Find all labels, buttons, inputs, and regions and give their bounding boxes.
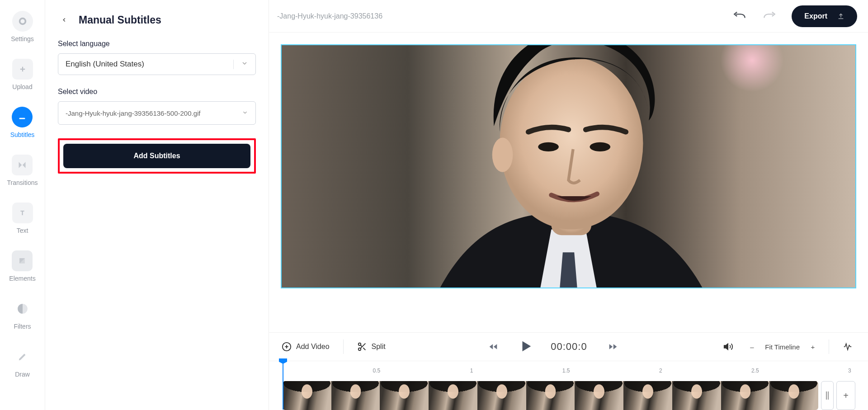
timeline-ruler[interactable]: 0.5 1 1.5 2 2.5 3 xyxy=(283,368,855,381)
nav-item-filters[interactable]: Filters xyxy=(12,298,33,330)
language-select[interactable]: English (United States) xyxy=(58,53,256,75)
ruler-tick: 1.5 xyxy=(562,368,570,374)
nav-item-upload[interactable]: Upload xyxy=(12,59,33,90)
panel-title: Manual Subtitles xyxy=(79,14,161,26)
svg-line-20 xyxy=(360,345,362,347)
waveform-button[interactable] xyxy=(840,340,855,353)
svg-marker-26 xyxy=(724,344,728,350)
upload-icon xyxy=(837,13,844,20)
add-clip-button[interactable]: + xyxy=(836,381,855,410)
ruler-tick: 1 xyxy=(470,368,473,374)
nav-label: Filters xyxy=(14,323,31,330)
export-label: Export xyxy=(804,12,827,20)
main-area: -Jang-Hyuk-hyuk-jang-39356136 Export xyxy=(269,0,868,410)
nav-label: Text xyxy=(17,227,28,234)
preview-frame xyxy=(282,45,855,287)
clip-thumbnail xyxy=(575,381,623,410)
playhead[interactable] xyxy=(283,363,283,410)
svg-point-11 xyxy=(538,142,559,151)
video-value: -Jang-Hyuk-hyuk-jang-39356136-500-200.gi… xyxy=(66,109,201,117)
zoom-out-button[interactable]: – xyxy=(747,342,757,352)
fit-timeline-label[interactable]: Fit Timeline xyxy=(765,343,800,351)
gear-icon xyxy=(12,11,33,32)
nav-label: Draw xyxy=(15,371,30,378)
current-time: 00:00:0 xyxy=(551,341,587,353)
zoom-controls: – Fit Timeline + xyxy=(747,342,818,352)
svg-point-10 xyxy=(492,138,513,172)
svg-point-17 xyxy=(358,348,361,351)
svg-point-9 xyxy=(500,57,643,230)
left-nav: Settings Upload Subtitles Transitions T … xyxy=(0,0,45,410)
add-video-button[interactable]: Add Video xyxy=(282,342,330,352)
annotation-highlight: Add Subtitles xyxy=(58,138,256,174)
nav-label: Transitions xyxy=(7,179,38,186)
nav-label: Subtitles xyxy=(10,131,35,138)
clip-thumbnail xyxy=(623,381,672,410)
clip-thumbnail xyxy=(477,381,526,410)
svg-marker-22 xyxy=(494,344,497,349)
clip-thumbnail xyxy=(672,381,721,410)
clip-thumbnail xyxy=(721,381,770,410)
draw-icon xyxy=(12,346,33,367)
nav-item-elements[interactable]: Elements xyxy=(9,250,35,282)
language-label: Select language xyxy=(58,40,256,48)
nav-item-transitions[interactable]: Transitions xyxy=(7,155,38,186)
nav-label: Upload xyxy=(12,83,32,90)
scissors-icon xyxy=(357,342,367,352)
timeline-area: 0.5 1 1.5 2 2.5 3 xyxy=(269,361,868,410)
ruler-tick: 2.5 xyxy=(751,368,759,374)
redo-button[interactable] xyxy=(762,10,777,23)
video-select[interactable]: -Jang-Hyuk-hyuk-jang-39356136-500-200.gi… xyxy=(58,101,256,125)
svg-line-19 xyxy=(363,348,365,350)
svg-marker-4 xyxy=(19,162,22,168)
export-button[interactable]: Export xyxy=(792,5,857,27)
divider xyxy=(343,339,344,354)
back-button[interactable] xyxy=(58,14,71,26)
svg-marker-23 xyxy=(523,341,531,351)
add-subtitles-button[interactable]: Add Subtitles xyxy=(63,144,250,168)
undo-button[interactable] xyxy=(732,10,747,23)
rewind-button[interactable] xyxy=(486,340,501,353)
svg-point-0 xyxy=(19,19,25,24)
divider xyxy=(829,339,829,354)
nav-label: Settings xyxy=(11,35,34,42)
svg-rect-3 xyxy=(19,118,25,119)
volume-button[interactable] xyxy=(721,340,736,353)
clip-thumbnail xyxy=(429,381,477,410)
topbar: -Jang-Hyuk-hyuk-jang-39356136 Export xyxy=(269,0,868,33)
video-track[interactable] xyxy=(283,381,818,410)
zoom-in-button[interactable]: + xyxy=(808,342,818,352)
video-preview[interactable] xyxy=(281,44,856,288)
project-name[interactable]: -Jang-Hyuk-hyuk-jang-39356136 xyxy=(277,12,382,20)
upload-icon xyxy=(12,59,33,80)
nav-item-text[interactable]: T Text xyxy=(12,203,33,234)
forward-button[interactable] xyxy=(605,340,621,353)
svg-marker-5 xyxy=(23,162,26,168)
subtitles-icon xyxy=(12,107,33,127)
language-value: English (United States) xyxy=(66,60,144,69)
clip-thumbnail xyxy=(769,381,818,410)
svg-point-16 xyxy=(358,343,361,346)
clip-thumbnail xyxy=(380,381,429,410)
nav-label: Elements xyxy=(9,275,35,282)
svg-marker-21 xyxy=(490,344,493,349)
plus-circle-icon xyxy=(282,342,292,352)
elements-icon xyxy=(12,250,33,271)
nav-item-draw[interactable]: Draw xyxy=(12,346,33,378)
clip-end-handle[interactable] xyxy=(821,381,834,410)
nav-item-subtitles[interactable]: Subtitles xyxy=(10,107,35,138)
nav-item-settings[interactable]: Settings xyxy=(11,11,34,42)
chevron-down-icon xyxy=(233,60,248,69)
ruler-tick: 3 xyxy=(848,368,851,374)
subtitles-panel: Manual Subtitles Select language English… xyxy=(45,0,269,410)
video-label: Select video xyxy=(58,88,256,96)
clip-thumbnail xyxy=(526,381,575,410)
play-button[interactable] xyxy=(519,339,533,354)
filters-icon xyxy=(12,298,33,319)
clip-thumbnail xyxy=(331,381,380,410)
chevron-down-icon xyxy=(242,109,248,117)
svg-marker-25 xyxy=(609,344,613,349)
split-button[interactable]: Split xyxy=(357,342,386,352)
ruler-tick: 2 xyxy=(659,368,662,374)
text-icon: T xyxy=(12,203,33,223)
